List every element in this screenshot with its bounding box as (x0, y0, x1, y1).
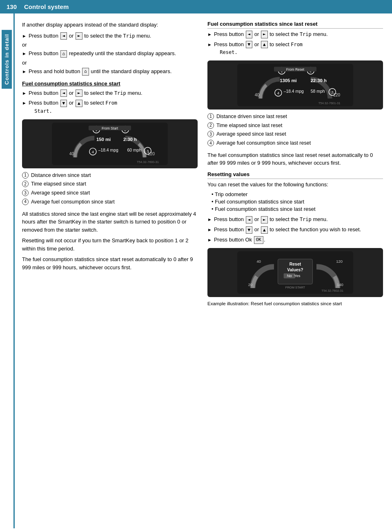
r-btn-down: ▼ (246, 41, 253, 48)
s1-bullet-1-text: Press button ◄ or ► to select the Trip m… (29, 89, 143, 97)
svg-text:40: 40 (255, 93, 260, 97)
s1-bullet-arrow-1: ► (22, 90, 27, 97)
or-2: or (22, 60, 198, 66)
btn-hold-icon: ⌂ (82, 68, 89, 75)
svg-text:Values?: Values? (287, 268, 303, 272)
s1-btn-right: ► (76, 89, 82, 97)
r-s1-bullet-2: ► Press button ▼ or ▲ to select From Res… (207, 40, 383, 56)
svg-text:No: No (287, 273, 292, 278)
num-item-1-2: 2 Time elapsed since start (22, 180, 198, 188)
svg-text:FROM START: FROM START (285, 285, 305, 289)
num-item-2-2: 2 Time elapsed since last reset (207, 122, 383, 130)
bullet-1-text: Press button ◄ or ► to select the the Tr… (29, 32, 151, 40)
svg-text:4: 4 (92, 149, 94, 154)
svg-text:60 mph: 60 mph (127, 148, 142, 152)
header-title: Control system (24, 3, 69, 10)
svg-text:From Start: From Start (102, 126, 118, 130)
dashboard-image-3: 20 40 120 140 Reset Values? No Yes (207, 248, 383, 297)
reset-btn-left: ◄ (246, 216, 253, 224)
right-column: Fuel consumption statistics since last r… (207, 21, 383, 521)
sidebar: Controls in detail (0, 13, 15, 528)
svg-text:120: 120 (336, 259, 343, 264)
reset-bullet-2: Fuel consumption statistics since start (212, 199, 383, 205)
r-s1-arrow-2: ► (207, 41, 212, 48)
svg-text:22:30 h: 22:30 h (311, 78, 327, 83)
btn-right-icon: ► (76, 32, 82, 40)
bullet-arrow-3: ► (22, 68, 27, 75)
main-content: If another display appears instead of th… (15, 13, 392, 528)
r-btn-right: ► (261, 31, 268, 38)
btn-ok: OK (254, 236, 263, 244)
svg-text:Reset: Reset (290, 262, 301, 266)
num-2: 2 (22, 181, 29, 187)
r-num-2: 2 (207, 122, 214, 129)
reset-b1-text: Press button ◄ or ► to select the Trip m… (214, 215, 328, 224)
reset-btn-up: ▲ (261, 226, 268, 234)
num-4: 4 (22, 199, 29, 205)
reset-arrow-3: ► (207, 237, 212, 244)
num-item-2-4: 4 Average fuel consumption since last re… (207, 139, 383, 147)
r-num-4: 4 (207, 140, 214, 146)
reset-b1: ► Press button ◄ or ► to select the Trip… (207, 215, 383, 224)
num-1: 1 (22, 172, 29, 179)
num-item-1-3: 3 Average speed since start (22, 189, 198, 197)
reset-bullet-3: Fuel consumption statistics since last r… (212, 206, 383, 212)
s1-bullet-1: ► Press button ◄ or ► to select the Trip… (22, 89, 198, 97)
num-item-1-4: 4 Average fuel consumption since start (22, 198, 198, 206)
reset-b2-text: Press button ▼ or ▲ to select the functi… (214, 226, 361, 234)
intro-text: If another display appears instead of th… (22, 21, 198, 29)
num-list-1: 1 Distance driven since start 2 Time ela… (22, 172, 198, 206)
svg-text:–18.4 mpg: –18.4 mpg (98, 148, 118, 152)
num-item-1-1: 1 Distance driven since start (22, 172, 198, 179)
svg-text:T54.32-7601-31: T54.32-7601-31 (318, 101, 341, 105)
bullet-arrow-2: ► (22, 50, 27, 57)
reset-bullet-list: Trip odometer Fuel consumption statistic… (212, 191, 383, 212)
bullet-2-text: Press button ⌂ repeatedly until the stan… (29, 49, 176, 58)
svg-text:40: 40 (256, 259, 261, 264)
s1-btn-left: ◄ (60, 89, 67, 97)
svg-text:1305 mi: 1305 mi (280, 78, 297, 83)
num-item-2-3: 3 Average speed since last reset (207, 130, 383, 138)
svg-text:3: 3 (331, 90, 333, 94)
r-s1-bullet-1-text: Press button ◄ or ► to select the Trip m… (214, 30, 328, 38)
num-3: 3 (22, 190, 29, 196)
s1-btn-down: ▼ (60, 100, 67, 107)
svg-text:40: 40 (69, 152, 74, 156)
bullet-arrow-1: ► (22, 33, 27, 40)
s1-bullet-2: ► Press button ▼ or ▲ to select From Sta… (22, 99, 198, 115)
num-list-2: 1 Distance driven since last reset 2 Tim… (207, 113, 383, 147)
left-column: If another display appears instead of th… (22, 21, 198, 521)
reset-b2: ► Press button ▼ or ▲ to select the func… (207, 226, 383, 234)
svg-text:4: 4 (277, 91, 279, 95)
svg-text:T54.32-7600-31: T54.32-7600-31 (137, 160, 159, 164)
right-para-2: You can reset the values for the followi… (207, 181, 383, 189)
svg-text:–18.4 mpg: –18.4 mpg (284, 89, 304, 94)
reset-b3-text: Press button Ok OK. (214, 236, 265, 244)
or-1: or (22, 42, 198, 48)
bullet-1: ► Press button ◄ or ► to select the the … (22, 32, 198, 40)
page-layout: Controls in detail If another display ap… (0, 13, 392, 528)
r-btn-left: ◄ (246, 31, 253, 38)
right-section1-heading: Fuel consumption statistics since last r… (207, 21, 383, 29)
num-item-2-1: 1 Distance driven since last reset (207, 113, 383, 121)
bullet-3: ► Press and hold button ⌂ until the stan… (22, 67, 198, 76)
bullet-3-text: Press and hold button ⌂ until the standa… (29, 67, 172, 76)
reset-b3: ► Press button Ok OK. (207, 236, 383, 244)
reset-btn-down: ▼ (246, 226, 253, 234)
r-num-1: 1 (207, 113, 214, 120)
right-section2-heading: Resetting values (207, 171, 383, 179)
reset-btn-right: ► (261, 216, 268, 224)
svg-text:150 mi: 150 mi (96, 137, 111, 142)
sidebar-label: Controls in detail (2, 30, 12, 89)
dash3-caption: Example illustration: Reset fuel consump… (207, 300, 383, 307)
left-para-3: The fuel consumption statistics since st… (22, 255, 198, 271)
r-s1-arrow-1: ► (207, 31, 212, 38)
s1-bullet-arrow-2: ► (22, 100, 27, 107)
svg-text:3: 3 (147, 148, 149, 153)
reset-bullet-1: Trip odometer (212, 191, 383, 197)
dashboard-image-2: 40 120 1 2 From Reset 1305 mi 22:30 h 4 … (207, 60, 383, 110)
r-btn-up: ▲ (261, 41, 268, 48)
dashboard-image-1: 40 120 1 2 From Start 150 mi 2:30 h (22, 119, 198, 168)
btn-home-icon: ⌂ (60, 50, 67, 58)
section1-heading: Fuel consumption statistics since start (22, 80, 198, 87)
